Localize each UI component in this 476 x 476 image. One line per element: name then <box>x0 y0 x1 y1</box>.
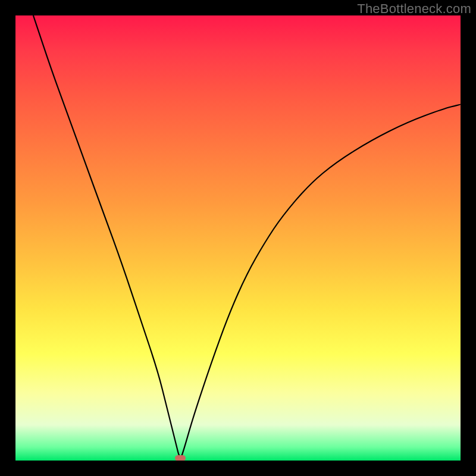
watermark-text: TheBottleneck.com <box>357 1 471 17</box>
plot-area <box>15 15 461 461</box>
chart-frame: TheBottleneck.com <box>0 0 476 476</box>
optimal-point-marker <box>175 455 186 461</box>
bottleneck-curve <box>15 15 461 461</box>
curve-path <box>33 15 461 457</box>
